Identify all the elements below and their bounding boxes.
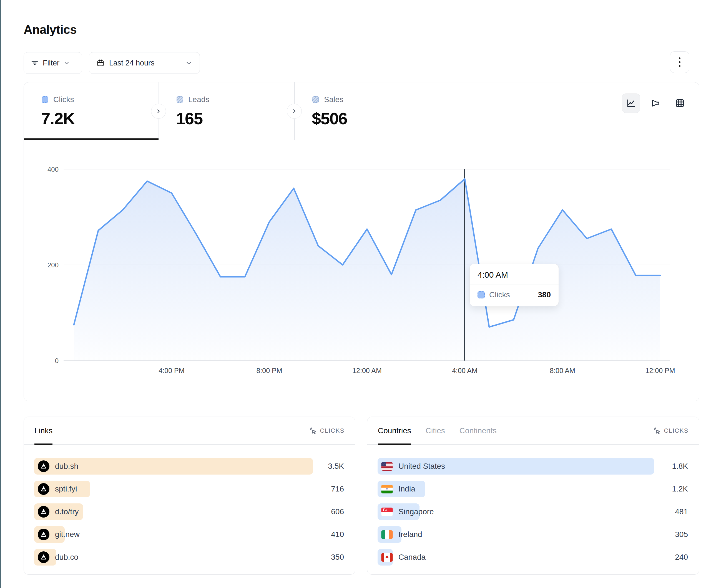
y-axis-tick: 0 (55, 357, 59, 364)
link-row[interactable]: dub.co350 (34, 549, 344, 566)
filter-label: Filter (43, 59, 59, 67)
link-row[interactable]: spti.fyi716 (34, 481, 344, 497)
country-row[interactable]: United States1.8K (378, 458, 688, 475)
row-label: Ireland (398, 530, 422, 539)
ca-flag-icon (381, 553, 393, 562)
date-range-button[interactable]: Last 24 hours (89, 52, 200, 74)
links-panel: Links CLICKS dub.sh3.5Kspti.fyi716d.to/t… (24, 416, 356, 575)
expand-sales-button[interactable] (287, 104, 302, 119)
country-row[interactable]: India1.2K (378, 481, 688, 497)
chevron-right-icon (291, 108, 297, 114)
links-sort-by-clicks[interactable]: CLICKS (309, 417, 345, 444)
y-axis-tick: 200 (47, 261, 59, 269)
ie-flag-icon (381, 530, 393, 539)
dub-logo-icon (38, 551, 49, 563)
page-title: Analytics (24, 23, 77, 37)
row-value: 481 (657, 507, 688, 516)
row-label: git.new (55, 530, 80, 539)
analytics-page: Analytics Filter Last 24 hours Clicks (0, 0, 711, 588)
tab-cities[interactable]: Cities (426, 417, 445, 444)
row-value: 1.2K (657, 484, 688, 493)
row-value: 3.5K (313, 462, 344, 471)
table-view-button[interactable] (671, 93, 689, 113)
row-label: d.to/try (55, 507, 79, 516)
calendar-icon (96, 59, 105, 67)
leads-value: 165 (176, 109, 203, 128)
dub-logo-icon (38, 460, 49, 472)
stats-row: Clicks 7.2K Leads 165 (24, 82, 699, 140)
row-label: India (398, 484, 415, 493)
links-list: dub.sh3.5Kspti.fyi716d.to/try606git.new4… (24, 445, 355, 566)
clicks-chart: 40020004:00 PM8:00 PM12:00 AM4:00 AM8:00… (24, 140, 699, 402)
sales-value: $506 (312, 109, 347, 128)
date-range-label: Last 24 hours (109, 59, 181, 67)
tooltip-time: 4:00 AM (470, 264, 559, 285)
row-value: 606 (313, 507, 344, 516)
tooltip-value: 380 (538, 290, 551, 299)
row-value: 1.8K (657, 462, 688, 471)
line-chart-icon (626, 98, 636, 109)
sg-flag-icon (381, 507, 393, 516)
expand-leads-button[interactable] (151, 104, 166, 119)
clicks-value: 7.2K (41, 109, 75, 128)
countries-sort-by-clicks[interactable]: CLICKS (653, 417, 689, 444)
link-row[interactable]: git.new410 (34, 526, 344, 543)
clicks-metric-label: CLICKS (664, 427, 689, 434)
country-row[interactable]: Ireland305 (378, 526, 688, 543)
y-axis-tick: 400 (47, 165, 59, 173)
window-edge (0, 0, 1, 588)
clicks-label: Clicks (53, 95, 74, 104)
x-axis-tick: 4:00 AM (452, 367, 477, 375)
row-label: Singapore (398, 507, 434, 516)
link-row[interactable]: d.to/try606 (34, 503, 344, 520)
funnel-chart-view-button[interactable] (646, 93, 665, 113)
sales-label: Sales (324, 95, 343, 104)
kebab-icon (679, 58, 681, 67)
in-flag-icon (381, 485, 393, 493)
filter-icon (30, 59, 39, 67)
row-value: 716 (313, 484, 344, 493)
sales-legend-swatch (312, 96, 319, 103)
country-row[interactable]: Singapore481 (378, 503, 688, 520)
analytics-card: Clicks 7.2K Leads 165 (24, 82, 699, 401)
row-value: 305 (657, 530, 688, 539)
dub-logo-icon (38, 529, 49, 540)
line-chart-view-button[interactable] (622, 93, 640, 113)
row-value: 240 (657, 553, 688, 562)
more-options-button[interactable] (670, 51, 689, 73)
row-label: spti.fyi (55, 484, 77, 493)
chart-view-switcher (622, 93, 689, 113)
tab-continents[interactable]: Continents (459, 417, 497, 444)
tab-leads[interactable]: Leads 165 (159, 82, 294, 140)
leads-label: Leads (188, 95, 209, 104)
leads-legend-swatch (177, 96, 183, 103)
table-grid-icon (675, 98, 685, 109)
funnel-chart-icon (650, 98, 661, 108)
filter-button[interactable]: Filter (24, 52, 82, 74)
countries-panel: Countries Cities Continents CLICKS Unite… (367, 416, 699, 575)
dub-logo-icon (38, 506, 49, 518)
tab-countries[interactable]: Countries (378, 417, 411, 444)
tab-clicks[interactable]: Clicks 7.2K (24, 82, 158, 140)
link-row[interactable]: dub.sh3.5K (34, 458, 344, 475)
row-label: Canada (398, 553, 426, 562)
dub-logo-icon (38, 483, 49, 495)
tab-links[interactable]: Links (35, 417, 52, 444)
row-value: 350 (313, 553, 344, 562)
clicks-chart-area[interactable]: 40020004:00 PM8:00 PM12:00 AM4:00 AM8:00… (24, 140, 699, 402)
row-label: United States (398, 462, 445, 471)
tab-sales[interactable]: Sales $506 (295, 82, 431, 140)
row-value: 410 (313, 530, 344, 539)
tooltip-legend-swatch (477, 291, 485, 298)
cursor-click-icon (653, 427, 661, 435)
countries-list: United States1.8KIndia1.2KSingapore481Ir… (367, 445, 699, 566)
area-fill (74, 179, 660, 361)
chevron-right-icon (155, 108, 161, 114)
clicks-metric-label: CLICKS (320, 427, 345, 434)
countries-panel-header: Countries Cities Continents CLICKS (367, 417, 699, 445)
country-row[interactable]: Canada240 (378, 549, 688, 566)
us-flag-icon (381, 462, 393, 471)
row-label: dub.sh (55, 462, 78, 471)
x-axis-tick: 12:00 PM (645, 367, 675, 375)
chart-tooltip: 4:00 AM Clicks 380 (470, 264, 559, 306)
